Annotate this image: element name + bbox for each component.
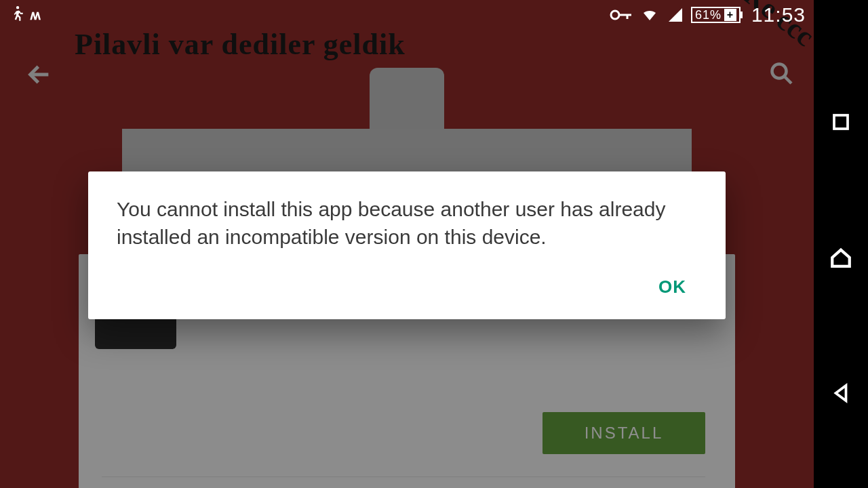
svg-rect-6 xyxy=(834,115,848,129)
status-clock: 11:53 xyxy=(751,3,806,26)
svg-point-0 xyxy=(611,11,619,19)
error-dialog: You cannot install this app because anot… xyxy=(88,171,726,319)
battery-text: 61% xyxy=(695,8,722,22)
battery-plus-icon: + xyxy=(724,9,736,21)
running-man-icon xyxy=(8,6,26,24)
m-icon: ʍ xyxy=(30,7,41,23)
dialog-ok-button[interactable]: OK xyxy=(648,271,697,303)
vpn-key-icon xyxy=(610,8,633,22)
nav-home-button[interactable] xyxy=(829,245,853,270)
device-screen: ʍ 61% + 11:53 Pilavli var dediler geldik… xyxy=(0,0,814,488)
dialog-message: You cannot install this app because anot… xyxy=(117,196,697,251)
nav-recent-button[interactable] xyxy=(829,110,853,134)
status-bar: ʍ 61% + 11:53 xyxy=(0,0,814,30)
wifi-icon xyxy=(639,7,660,23)
android-nav-bar xyxy=(814,0,868,488)
nav-back-button[interactable] xyxy=(829,381,853,405)
battery-indicator: 61% + xyxy=(691,7,741,23)
cell-signal-icon xyxy=(667,7,684,23)
